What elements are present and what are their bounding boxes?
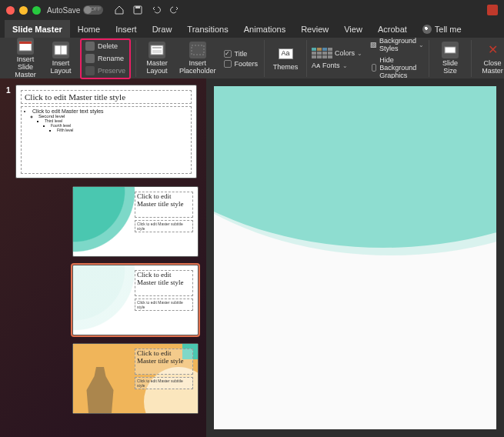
title-bar: AutoSave OFF [0,0,504,20]
svg-rect-4 [19,42,32,44]
layout-subtitle: Click to edit Master subtitle style [135,299,193,311]
color-swatches-icon [312,48,332,58]
redo-icon[interactable] [169,5,180,15]
btn-label: Preserve [98,67,125,75]
group-close: ✕ Close Master [472,40,504,77]
body-l5: Fifth level [57,128,188,132]
master-layout-button[interactable]: Master Layout [141,40,173,77]
slide-size-button[interactable]: Slide Size [434,40,466,77]
layout-row: Click to edit Master title style Click t… [3,186,203,257]
btn-label: Themes [273,64,299,72]
close-window-icon[interactable] [6,6,15,15]
title-checkbox[interactable]: Title [222,49,260,58]
fonts-dropdown[interactable]: AᴀFonts [312,62,362,69]
close-master-button[interactable]: ✕ Close Master [476,40,504,77]
tab-review[interactable]: Review [293,20,336,38]
toggle-switch-icon[interactable]: OFF [83,5,103,15]
body-l1: Click to edit Master text styles [32,108,188,114]
ribbon-tabs: Slide Master Home Insert Draw Transition… [0,20,504,38]
thumbnail-pane[interactable]: 1 Click to edit Master title style Click… [0,78,206,437]
tab-insert[interactable]: Insert [108,20,145,38]
slide-canvas[interactable] [214,86,496,429]
btn-label: Slide Size [442,60,458,75]
master-layout-icon [149,42,165,58]
background-styles-dropdown[interactable]: ▧Background Styles [370,37,424,52]
themes-icon: Aa [277,45,294,62]
insert-slide-master-button[interactable]: Insert Slide Master [9,36,42,81]
tab-home[interactable]: Home [70,20,108,38]
preserve-button[interactable]: Preserve [82,65,129,77]
close-icon: ✕ [484,42,501,58]
btn-label: Insert Layout [50,60,71,75]
delete-icon [85,42,95,51]
autosave-state: OFF [90,6,101,12]
layout-thumbnail-1[interactable]: Click to edit Master title style Click t… [72,186,199,257]
autosave-label: AutoSave [47,6,80,15]
group-size: Slide Size [429,40,472,77]
btn-label: Master Layout [146,60,168,75]
tab-view[interactable]: View [336,20,370,38]
tab-transitions[interactable]: Transitions [179,20,235,38]
layout-title: Click to edit Master title style [135,192,193,218]
insert-placeholder-button[interactable]: Insert Placeholder [176,40,219,77]
preserve-icon [85,66,95,75]
layout-row: Click to edit Master title style Click t… [3,343,203,414]
delete-highlight: Delete Rename Preserve [80,38,131,79]
home-icon[interactable] [114,5,125,15]
quick-access-toolbar [114,5,180,15]
layout-subtitle: Click to edit Master subtitle style [135,377,193,389]
svg-rect-1 [135,6,140,8]
tab-slide-master[interactable]: Slide Master [5,20,70,38]
layout-title: Click to edit Master title style [135,270,193,296]
themes-button[interactable]: Aa Themes [269,44,302,73]
save-icon[interactable] [132,5,143,15]
window-controls [6,6,41,15]
master-thumbnail[interactable]: Click to edit Master title style Click t… [15,85,197,178]
group-themes: Aa Themes [265,40,307,77]
canvas-arc-3 [214,86,496,255]
undo-icon[interactable] [151,5,162,15]
hide-bg-checkbox[interactable]: Hide Background Graphics [370,55,424,80]
svg-rect-11 [445,47,456,53]
slide-size-icon [442,42,459,58]
layout-thumbnail-3[interactable]: Click to edit Master title style Click t… [72,343,199,414]
delete-button[interactable]: Delete [82,41,129,52]
group-edit-master: Insert Slide Master Insert Layout Delete… [5,40,136,77]
slide-number: 1 [6,86,11,95]
checkbox-icon [372,64,376,72]
btn-label: Rename [98,55,124,62]
tab-animations[interactable]: Animations [236,20,293,38]
tab-acrobat[interactable]: Acrobat [370,20,415,38]
maximize-window-icon[interactable] [32,6,41,15]
layout-row: Click to edit Master title style Click t… [3,265,203,335]
drop-label: Fonts [322,62,340,69]
rename-icon [85,54,95,63]
app-icon [487,5,498,15]
tab-draw[interactable]: Draw [145,20,180,38]
bg-styles-icon: ▧ [370,41,377,48]
autosave-toggle[interactable]: AutoSave OFF [47,5,103,15]
layout-thumbnail-2[interactable]: Click to edit Master title style Click t… [72,265,199,335]
minimize-window-icon[interactable] [19,6,28,15]
chk-label: Hide Background Graphics [379,56,422,79]
layout-icon [52,42,69,58]
insert-layout-button[interactable]: Insert Layout [45,40,77,77]
svg-rect-8 [152,47,162,48]
btn-label: Close Master [482,60,503,75]
fonts-icon: Aᴀ [312,62,320,69]
group-background: Colors AᴀFonts ▧Background Styles Hide B… [307,40,429,77]
tell-me-search[interactable]: Tell me [415,20,469,38]
chk-label: Footers [235,60,259,68]
footers-checkbox[interactable]: Footers [222,59,260,68]
svg-rect-2 [487,5,498,15]
layout-subtitle: Click to edit Master subtitle style [135,220,193,232]
checkbox-icon [224,50,232,58]
btn-label: Insert Slide Master [12,56,38,79]
svg-rect-10 [192,45,204,55]
colors-dropdown[interactable]: Colors [312,48,362,58]
btn-label: Insert Placeholder [179,60,216,75]
master-title-placeholder: Click to edit Master title style [21,90,192,104]
rename-button[interactable]: Rename [82,53,129,65]
checkbox-icon [224,60,232,68]
slide-canvas-area [206,78,504,437]
